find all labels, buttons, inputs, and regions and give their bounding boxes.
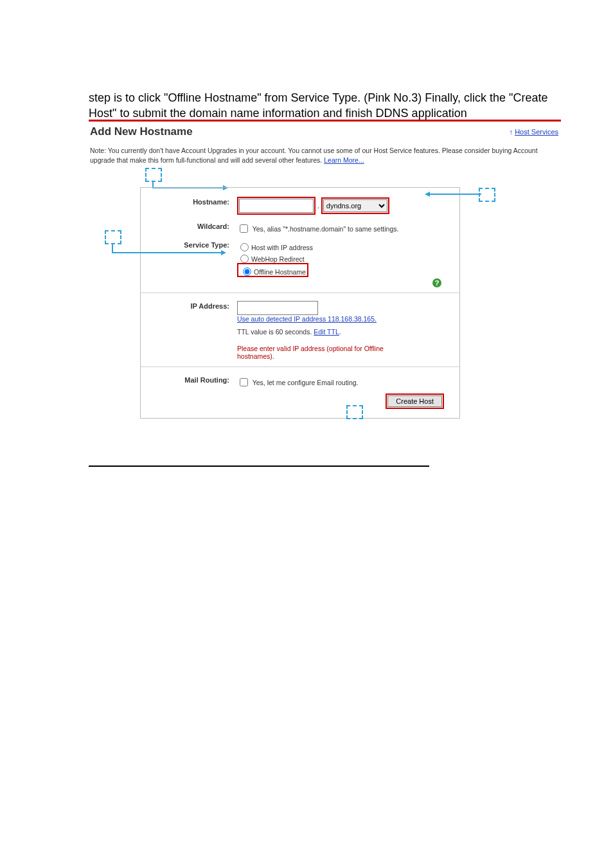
ip-warning-text: Please enter valid IP address (optional … bbox=[237, 345, 404, 360]
callout-line bbox=[112, 243, 113, 252]
wildcard-label: Wildcard: bbox=[152, 221, 237, 230]
mail-routing-option-text: Yes, let me configure Email routing. bbox=[253, 379, 359, 386]
intro-paragraph: step is to click "Offline Hostname" from… bbox=[89, 90, 564, 122]
service-type-ip-radio[interactable] bbox=[240, 243, 249, 251]
host-services-text: Host Services bbox=[515, 128, 558, 136]
back-to-host-services-link[interactable]: ↑ Host Services bbox=[510, 128, 558, 136]
mail-routing-label: Mail Routing: bbox=[152, 375, 237, 384]
callout-marker bbox=[105, 230, 121, 244]
service-type-webhop-radio[interactable] bbox=[240, 255, 249, 263]
service-type-label: Service Type: bbox=[152, 240, 237, 249]
callout-marker bbox=[145, 168, 162, 182]
add-hostname-panel: Add New Hostname ↑ Host Services Note: Y… bbox=[89, 120, 561, 419]
create-host-button[interactable]: Create Host bbox=[387, 395, 442, 407]
upgrade-note: Note: You currently don't have Account U… bbox=[89, 145, 561, 169]
hostname-input[interactable] bbox=[239, 199, 314, 213]
service-type-ip-text: Host with IP address bbox=[251, 244, 313, 251]
auto-detect-ip-link[interactable]: Use auto detected IP address 118.168.38.… bbox=[237, 315, 377, 323]
mail-routing-checkbox[interactable] bbox=[240, 378, 248, 386]
callout-line bbox=[152, 181, 154, 187]
wildcard-option-text: Yes, alias "*.hostname.domain" to same s… bbox=[253, 225, 399, 233]
domain-select[interactable]: dyndns.org bbox=[323, 199, 387, 212]
arrow-icon bbox=[221, 250, 226, 255]
section-divider bbox=[89, 466, 429, 467]
ip-address-input[interactable] bbox=[237, 301, 318, 315]
ttl-text: TTL value is 60 seconds. bbox=[237, 328, 314, 336]
callout-marker bbox=[479, 188, 495, 202]
ttl-period: . bbox=[339, 328, 341, 336]
edit-ttl-link[interactable]: Edit TTL bbox=[314, 328, 339, 336]
service-type-offline-radio[interactable] bbox=[243, 267, 251, 276]
up-arrow-icon: ↑ bbox=[510, 128, 513, 136]
divider bbox=[141, 366, 459, 367]
callout-line bbox=[112, 252, 221, 253]
callout-line bbox=[430, 194, 481, 195]
learn-more-link[interactable]: Learn More... bbox=[324, 156, 364, 164]
callout-marker bbox=[346, 405, 363, 419]
ip-address-label: IP Address: bbox=[152, 301, 237, 310]
divider bbox=[141, 293, 459, 293]
panel-title: Add New Hostname bbox=[89, 122, 561, 145]
hostname-label: Hostname: bbox=[152, 197, 237, 206]
hostname-form: Hostname: . dyndns.org Wildcard: Yes, al… bbox=[140, 187, 460, 419]
service-type-webhop-text: WebHop Redirect bbox=[251, 255, 305, 263]
wildcard-checkbox[interactable] bbox=[240, 224, 248, 233]
arrow-icon bbox=[425, 192, 430, 197]
help-icon[interactable]: ? bbox=[432, 278, 441, 287]
service-type-offline-text: Offline Hostname bbox=[254, 268, 306, 276]
note-text: Note: You currently don't have Account U… bbox=[90, 147, 538, 164]
